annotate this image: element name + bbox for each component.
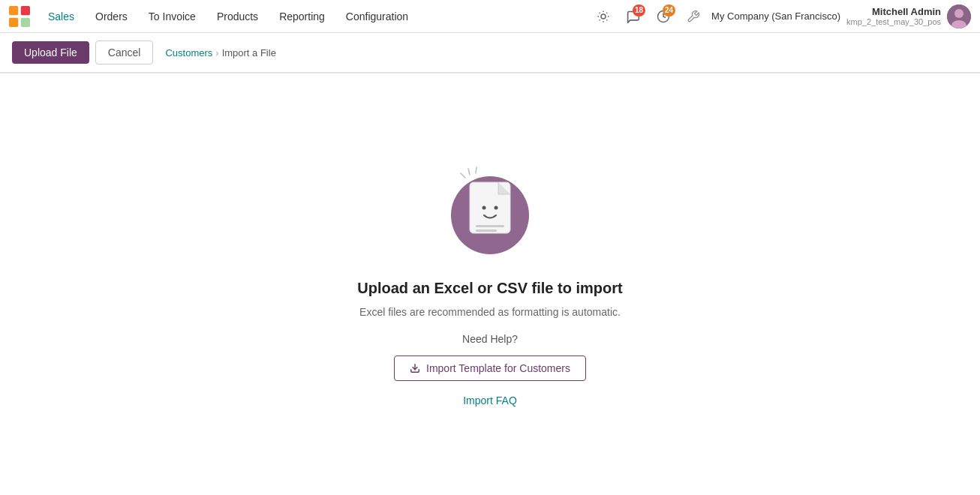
bug-icon-btn[interactable] xyxy=(591,4,615,28)
app-logo xyxy=(9,6,30,27)
nav-item-to-invoice[interactable]: To Invoice xyxy=(138,0,206,33)
clock-badge: 24 xyxy=(663,4,675,16)
topbar: Sales Orders To Invoice Products Reporti… xyxy=(0,0,980,33)
breadcrumb: Customers › Import a File xyxy=(165,47,275,58)
svg-line-17 xyxy=(468,169,470,175)
nav-item-products[interactable]: Products xyxy=(206,0,269,33)
need-help-text: Need Help? xyxy=(462,333,518,345)
user-avatar[interactable] xyxy=(947,4,971,28)
svg-rect-0 xyxy=(9,6,18,15)
svg-line-16 xyxy=(461,173,465,178)
main-content: Upload an Excel or CSV file to import Ex… xyxy=(0,74,980,494)
svg-rect-14 xyxy=(476,225,504,227)
svg-rect-2 xyxy=(9,17,18,26)
clock-icon-btn[interactable]: 24 xyxy=(651,4,675,28)
breadcrumb-parent[interactable]: Customers xyxy=(165,47,212,58)
svg-line-18 xyxy=(476,167,476,173)
upload-file-button[interactable]: Upload File xyxy=(12,41,89,64)
import-template-button[interactable]: Import Template for Customers xyxy=(394,356,586,381)
topbar-actions: 18 24 My Company (San Francisco) Mitchel… xyxy=(591,4,971,28)
upload-title: Upload an Excel or CSV file to import xyxy=(357,280,622,297)
breadcrumb-current: Import a File xyxy=(222,47,276,58)
svg-point-13 xyxy=(495,206,498,209)
main-nav: Sales Orders To Invoice Products Reporti… xyxy=(38,0,591,33)
upload-subtitle: Excel files are recommended as formattin… xyxy=(359,306,621,318)
import-faq-link[interactable]: Import FAQ xyxy=(463,394,517,406)
svg-point-12 xyxy=(482,206,486,209)
nav-item-configuration[interactable]: Configuration xyxy=(335,0,419,33)
messages-badge: 18 xyxy=(633,4,645,16)
wrench-icon-btn[interactable] xyxy=(681,4,705,28)
svg-rect-1 xyxy=(21,6,30,15)
svg-rect-15 xyxy=(476,230,497,232)
user-info[interactable]: Mitchell Admin kmp_2_test_may_30_pos xyxy=(846,6,941,26)
messages-icon-btn[interactable]: 18 xyxy=(621,4,645,28)
upload-illustration xyxy=(441,161,539,259)
svg-rect-3 xyxy=(21,17,30,26)
nav-item-reporting[interactable]: Reporting xyxy=(269,0,335,33)
company-selector[interactable]: My Company (San Francisco) xyxy=(711,10,840,22)
breadcrumb-separator: › xyxy=(215,47,218,58)
nav-item-orders[interactable]: Orders xyxy=(85,0,138,33)
svg-point-7 xyxy=(954,9,963,18)
svg-point-4 xyxy=(601,14,606,19)
toolbar: Upload File Cancel Customers › Import a … xyxy=(0,33,980,73)
cancel-button[interactable]: Cancel xyxy=(95,40,154,64)
nav-item-sales[interactable]: Sales xyxy=(38,0,85,33)
download-icon xyxy=(410,363,420,374)
